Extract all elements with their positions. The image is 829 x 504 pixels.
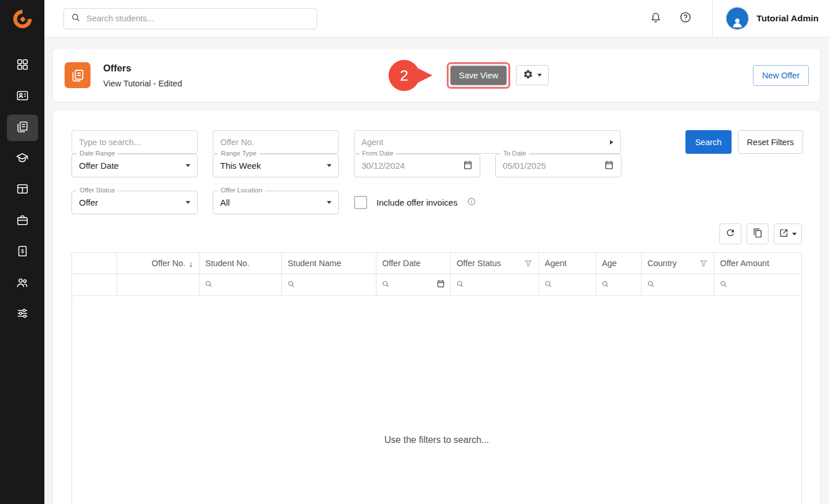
question-circle-icon <box>679 11 692 26</box>
empty-state-message: Use the filters to search... <box>385 435 489 445</box>
page-header-card: Offers View Tutorial - Edited 2 Save Vie… <box>52 48 821 103</box>
app-logo[interactable] <box>0 0 44 37</box>
country-filter-input[interactable] <box>659 281 709 289</box>
offer-status-select[interactable]: Offer Status Offer <box>71 191 198 214</box>
column-filter-offer-no[interactable] <box>117 274 199 296</box>
date-range-select[interactable]: Date Range Offer Date <box>71 154 198 177</box>
age-filter-input[interactable] <box>613 281 636 289</box>
sidebar-item-boards[interactable] <box>0 175 44 206</box>
info-icon[interactable] <box>467 197 476 209</box>
student-name-filter-input[interactable] <box>299 281 371 289</box>
column-chooser-button[interactable] <box>747 223 768 244</box>
date-range-value: Offer Date <box>79 161 181 170</box>
sidebar-item-students[interactable] <box>0 81 44 112</box>
page-subtitle: View Tutorial - Edited <box>103 79 182 88</box>
export-dropdown-button[interactable] <box>774 223 802 244</box>
sidebar-item-agents[interactable] <box>0 268 44 299</box>
column-filter-student-no[interactable] <box>199 274 282 296</box>
filter-funnel-icon[interactable] <box>699 259 708 268</box>
from-date-field[interactable]: From Date 30/12/2024 <box>354 154 480 177</box>
notifications-button[interactable] <box>644 7 667 30</box>
offer-date-filter-input[interactable] <box>394 281 432 289</box>
sidebar-item-dashboard[interactable] <box>0 50 44 81</box>
column-filter-offer-amount[interactable] <box>714 274 801 296</box>
calendar-icon[interactable] <box>436 279 445 290</box>
user-menu[interactable]: Tutorial Admin <box>712 0 819 37</box>
calendar-icon[interactable] <box>604 160 614 172</box>
sidebar-item-services[interactable] <box>0 206 44 237</box>
new-offer-button[interactable]: New Offer <box>753 65 809 86</box>
bell-icon <box>650 12 662 26</box>
search-icon <box>719 280 728 290</box>
date-range-label: Date Range <box>77 150 118 157</box>
table-header-offer-amount[interactable]: Offer Amount <box>714 253 801 274</box>
agent-filter-input[interactable] <box>556 281 590 289</box>
view-settings-dropdown[interactable] <box>516 65 549 85</box>
student-no-filter-input[interactable] <box>217 281 276 289</box>
refresh-button[interactable] <box>719 223 741 244</box>
table-header-offer-status[interactable]: Offer Status <box>451 253 539 274</box>
offer-location-select[interactable]: Offer Location All <box>213 191 339 214</box>
column-filter-offer-date[interactable] <box>376 274 451 296</box>
offers-table: Offer No. ↓ Student No. Student Name Off… <box>71 252 802 504</box>
search-icon <box>205 280 213 290</box>
help-button[interactable] <box>674 7 697 30</box>
column-filter-country[interactable] <box>642 274 714 296</box>
include-invoices-label: Include offer invoices <box>376 198 458 207</box>
offer-status-filter-input[interactable] <box>468 281 533 289</box>
table-header-country[interactable]: Country <box>642 253 714 274</box>
logo-icon <box>11 7 34 31</box>
table-header-student-name[interactable]: Student Name <box>282 253 376 274</box>
search-icon <box>601 280 609 290</box>
offer-status-value: Offer <box>79 198 181 207</box>
dashboard-icon <box>16 58 29 73</box>
offer-amount-filter-input[interactable] <box>732 281 796 289</box>
column-filter-offer-status[interactable] <box>451 274 539 296</box>
include-invoices-group: Include offer invoices <box>354 196 476 209</box>
search-icon <box>456 280 464 290</box>
calendar-icon[interactable] <box>463 160 473 172</box>
chevron-down-icon <box>792 233 797 236</box>
chevron-right-icon <box>610 140 613 145</box>
save-view-button[interactable]: Save View <box>450 66 507 85</box>
sidebar-item-courses[interactable] <box>0 143 44 175</box>
sliders-icon <box>16 307 29 322</box>
table-header-offer-no[interactable]: Offer No. ↓ <box>117 253 199 274</box>
tutorial-highlight-box: Save View <box>447 62 510 89</box>
table-header-student-no[interactable]: Student No. <box>199 253 282 274</box>
column-filter-student-name[interactable] <box>282 274 376 296</box>
search-icon <box>287 280 295 290</box>
chevron-down-icon <box>537 74 542 77</box>
table-header-agent[interactable]: Agent <box>539 253 596 274</box>
copy-columns-icon <box>753 228 763 240</box>
global-search-input[interactable] <box>86 14 310 23</box>
offer-location-value: All <box>220 198 322 207</box>
sidebar-item-settings[interactable] <box>0 299 44 330</box>
column-filter-agent[interactable] <box>539 274 596 296</box>
search-icon <box>647 280 655 290</box>
chevron-down-icon <box>327 201 331 204</box>
graduation-cap-icon <box>16 151 29 167</box>
offer-status-label: Offer Status <box>77 187 118 194</box>
column-filter-age[interactable] <box>596 274 642 296</box>
filter-funnel-icon[interactable] <box>524 259 533 268</box>
table-header-offer-date[interactable]: Offer Date <box>376 253 451 274</box>
range-type-label: Range Type <box>218 150 259 157</box>
user-name: Tutorial Admin <box>756 13 819 24</box>
sidebar-item-offers[interactable] <box>0 112 44 143</box>
students-icon <box>16 89 29 104</box>
gear-icon <box>523 69 533 82</box>
global-search[interactable] <box>63 8 317 29</box>
include-invoices-checkbox[interactable] <box>354 196 367 209</box>
to-date-field[interactable]: To Date 05/01/2025 <box>495 154 621 177</box>
page-title: Offers <box>103 63 182 74</box>
invoice-icon: $ <box>16 245 29 260</box>
search-icon <box>382 280 390 290</box>
sidebar-item-invoices[interactable]: $ <box>0 237 44 268</box>
table-header-age[interactable]: Age <box>596 253 642 274</box>
tutorial-step-annotation: 2 <box>389 60 432 91</box>
reset-filters-button[interactable]: Reset Filters <box>738 130 803 154</box>
refresh-icon <box>725 228 736 240</box>
search-button[interactable]: Search <box>685 130 732 154</box>
range-type-select[interactable]: Range Type This Week <box>213 154 339 177</box>
